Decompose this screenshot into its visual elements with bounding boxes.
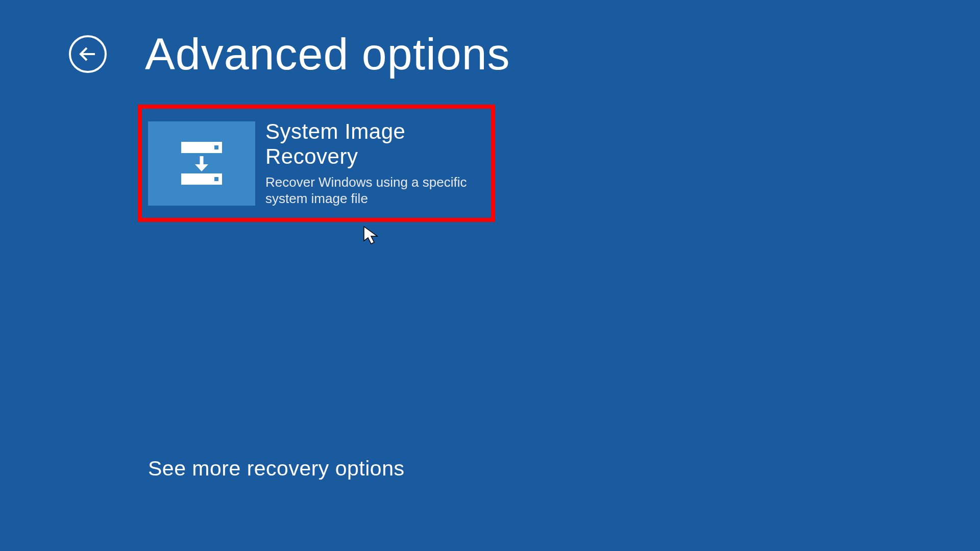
tile-description: Recover Windows using a specific system … [265,174,480,207]
svg-marker-6 [195,164,208,171]
tile-container: System Image Recovery Recover Windows us… [138,105,980,222]
back-arrow-icon [78,44,98,64]
svg-rect-2 [214,145,218,149]
svg-marker-7 [364,227,377,244]
tile-text: System Image Recovery Recover Windows us… [265,119,485,207]
see-more-recovery-options-link[interactable]: See more recovery options [148,457,404,481]
page-title: Advanced options [145,28,510,80]
system-image-recovery-icon [148,121,255,206]
mouse-cursor-icon [363,226,380,248]
system-image-recovery-tile[interactable]: System Image Recovery Recover Windows us… [138,105,495,222]
svg-rect-4 [214,177,218,181]
tile-title: System Image Recovery [265,119,480,169]
back-button[interactable] [69,35,107,73]
header: Advanced options [0,0,980,80]
